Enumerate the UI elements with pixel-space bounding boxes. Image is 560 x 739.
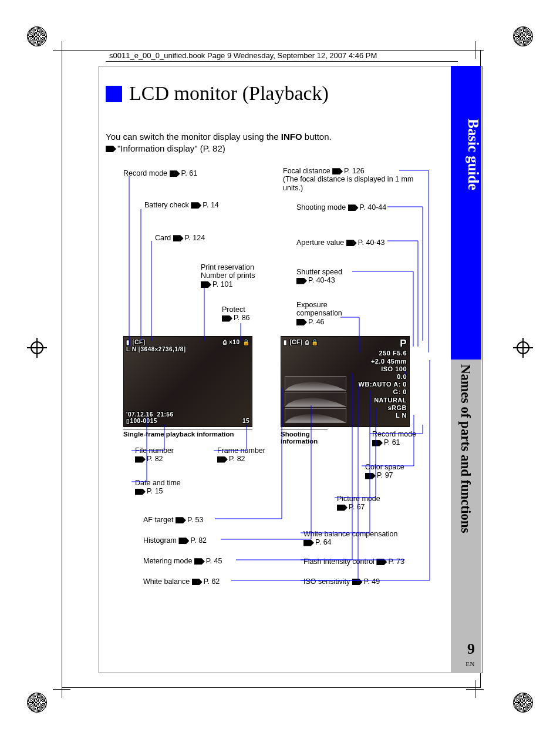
callout-histogram: Histogram P. 82 bbox=[143, 536, 207, 545]
title-square-icon bbox=[106, 86, 122, 102]
side-tab-names-parts: Names of parts and functions bbox=[451, 360, 481, 673]
print-icon: ⎙ bbox=[223, 339, 227, 345]
intro-line1a: You can switch the monitor display using… bbox=[106, 132, 281, 142]
label: Metering mode bbox=[143, 557, 192, 565]
intro-line2: "Information display" (P. 82) bbox=[117, 143, 225, 153]
date: '07.12.16 bbox=[126, 411, 153, 418]
content: LCD monitor (Playback) You can switch th… bbox=[106, 82, 458, 154]
page-ref: P. 46 bbox=[308, 318, 325, 326]
callout-wb-compensation: White balance compensation P. 64 bbox=[303, 530, 398, 547]
page-lang: EN bbox=[465, 660, 475, 667]
protect-icon: 🔒 bbox=[242, 339, 250, 345]
label: Focal distance bbox=[283, 167, 330, 175]
label: Battery check bbox=[144, 201, 189, 209]
ref-icon bbox=[376, 559, 387, 565]
intro-text: You can switch the monitor display using… bbox=[106, 131, 458, 154]
image-size: [3648x2736,1/8] bbox=[139, 346, 186, 352]
histogram-box bbox=[285, 408, 346, 423]
page-number: 9 EN bbox=[465, 640, 475, 669]
page-ref: P. 15 bbox=[147, 487, 163, 495]
label: White balance compensation bbox=[303, 530, 398, 538]
ref-icon bbox=[332, 168, 343, 174]
ref-icon bbox=[365, 473, 376, 479]
iso-value: ISO 100 bbox=[359, 365, 407, 373]
callout-print-reservation: Print reservation Number of prints P. 10… bbox=[201, 263, 255, 288]
histogram-box bbox=[285, 376, 346, 391]
callout-shooting-mode: Shooting mode P. 40-44 bbox=[296, 203, 386, 211]
label: compensation bbox=[296, 309, 342, 317]
label: Record mode bbox=[123, 169, 167, 177]
page-ref: P. 49 bbox=[364, 577, 380, 586]
page-ref: P. 64 bbox=[315, 538, 332, 546]
label: ISO sensitivity bbox=[303, 577, 350, 586]
callout-aperture: Aperture value P. 40-43 bbox=[296, 239, 384, 247]
header-rule bbox=[106, 61, 458, 62]
callout-shutter-speed: Shutter speed P. 40-43 bbox=[296, 268, 342, 285]
ref-icon bbox=[176, 517, 186, 523]
note: (The focal distance is displayed in 1 mm… bbox=[283, 175, 413, 192]
wb-line: WB:AUTO A: 0 bbox=[359, 381, 407, 388]
tab-label: Names of parts and functions bbox=[458, 364, 473, 533]
page-title: LCD monitor (Playback) bbox=[129, 82, 329, 105]
callout-white-balance: White balance P. 62 bbox=[143, 577, 220, 586]
label: Protect bbox=[222, 305, 245, 314]
label: Record mode bbox=[372, 430, 416, 438]
ref-icon bbox=[178, 538, 189, 544]
label: Exposure bbox=[296, 301, 328, 309]
callout-af-target: AF target P. 53 bbox=[143, 516, 203, 524]
callout-date-time: Date and time P. 15 bbox=[135, 479, 181, 496]
color-space: sRGB bbox=[359, 404, 407, 412]
callout-file-number: File number P. 82 bbox=[135, 446, 174, 463]
frame-number: 15 bbox=[242, 418, 249, 424]
ref-icon bbox=[222, 315, 232, 322]
ref-icon bbox=[296, 278, 307, 284]
diagram-area: Record mode P. 61 Battery check P. 14 Ca… bbox=[106, 164, 434, 605]
label: Color space bbox=[365, 463, 404, 471]
exp-focal: +2.0 45mm bbox=[359, 358, 407, 365]
page-ref: P. 67 bbox=[349, 503, 365, 511]
file-number: 100-0015 bbox=[130, 418, 157, 424]
callout-record-mode: Record mode P. 61 bbox=[123, 169, 197, 177]
title-block: LCD monitor (Playback) bbox=[106, 82, 458, 105]
callout-exposure-comp: Exposure compensation P. 46 bbox=[296, 301, 342, 326]
label: Card bbox=[155, 234, 171, 242]
page-ref: P. 126 bbox=[344, 167, 365, 175]
reg-mark bbox=[27, 338, 47, 358]
page-ref: P. 82 bbox=[147, 455, 163, 463]
page-ref: P. 40-43 bbox=[308, 276, 335, 284]
reg-mark bbox=[513, 26, 533, 46]
page-ref: P. 82 bbox=[229, 455, 245, 463]
running-header: s0011_e_00_0_unified.book Page 9 Wednesd… bbox=[109, 51, 377, 60]
callout-record-mode2: Record mode P. 61 bbox=[372, 430, 416, 447]
ref-icon bbox=[170, 170, 180, 177]
caption-single-frame: Single-frame playback information bbox=[123, 429, 252, 438]
ref-icon bbox=[346, 240, 357, 246]
label: Shutter speed bbox=[296, 268, 342, 276]
record-mode-badge: L N bbox=[359, 412, 407, 419]
histogram-group bbox=[285, 376, 346, 423]
label: information bbox=[281, 438, 318, 445]
ref-icon bbox=[217, 456, 228, 463]
ref-icon bbox=[337, 505, 348, 511]
reg-mark bbox=[27, 26, 47, 46]
histogram-box bbox=[285, 392, 346, 407]
battery-icon: ▮ bbox=[284, 339, 288, 345]
tab-label: Basic guide bbox=[465, 119, 481, 190]
page-number-value: 9 bbox=[465, 640, 475, 658]
page-ref: P. 124 bbox=[185, 234, 205, 242]
info-button-label: INFO bbox=[281, 132, 302, 142]
print-icon: ⎙ bbox=[305, 339, 309, 345]
page-ref: P. 97 bbox=[377, 471, 393, 479]
reg-mark bbox=[513, 338, 533, 358]
label: White balance bbox=[143, 577, 190, 586]
time: 21:56 bbox=[157, 411, 173, 418]
page-ref: P. 40-44 bbox=[360, 203, 387, 211]
label: Picture mode bbox=[337, 495, 380, 503]
label: Flash intensity control bbox=[303, 557, 375, 566]
ref-icon bbox=[348, 204, 359, 211]
label: Shooting bbox=[281, 431, 310, 438]
ref-icon bbox=[194, 558, 205, 565]
protect-icon: 🔒 bbox=[311, 339, 319, 345]
ref-icon bbox=[192, 579, 203, 585]
ref-icon bbox=[135, 456, 146, 463]
